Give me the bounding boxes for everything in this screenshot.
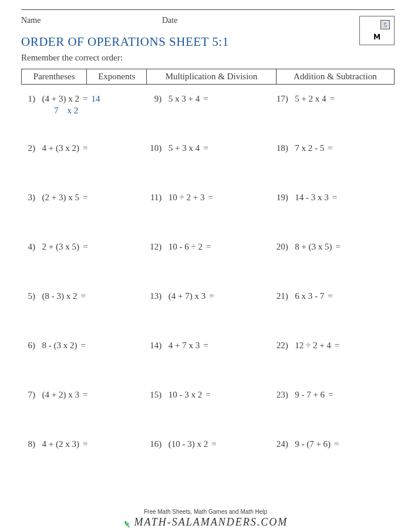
rule-cell: Exponents	[87, 69, 147, 85]
grade-number: 5	[380, 20, 390, 29]
problem-expression: 12 ÷ 2 + 4	[291, 341, 331, 351]
equals-sign: =	[79, 439, 91, 449]
problem-expression: (10 - 3) x 2	[164, 439, 208, 449]
problem-expression: 5 + 2 x 4	[291, 94, 326, 104]
problem-row: 8) 4 + (2 x 3) =	[21, 438, 142, 487]
rule-cell: Parentheses	[22, 69, 87, 85]
problem-row: 6) 8 - (3 x 2) =	[21, 339, 142, 389]
problem-number: 10)	[147, 143, 164, 153]
problem-number: 22)	[274, 341, 291, 351]
equals-sign: =	[325, 390, 336, 400]
problem-expression: (4 + 3) x 2	[38, 94, 79, 104]
problem-expression: (8 - 3) x 2	[38, 291, 78, 301]
problem-expression: 2 + (3 x 5)	[38, 242, 79, 252]
problem-row: 19) 14 - 3 x 3 =	[274, 191, 395, 241]
problem-row: 12) 10 - 6 ÷ 2 =	[147, 241, 268, 290]
equals-sign: =	[200, 94, 211, 104]
problem-row: 14) 4 + 7 x 3 =	[147, 339, 268, 389]
problem-number: 14)	[147, 341, 164, 351]
problem-number: 8)	[21, 439, 38, 449]
problem-row: 15) 10 - 3 x 2 =	[147, 389, 268, 438]
problem-expression: 4 + (3 x 2)	[38, 143, 79, 153]
problem-number: 23)	[274, 390, 291, 400]
equals-sign: =	[208, 439, 220, 449]
equals-sign: =	[326, 94, 338, 104]
rule-cell: Multiplication & Division	[147, 69, 276, 85]
problem-number: 16)	[147, 439, 164, 449]
problem-row: 20) 8 + (3 x 5) =	[274, 241, 395, 290]
salamander-icon: 🦎	[123, 521, 130, 527]
problem-number: 4)	[21, 242, 38, 252]
problem-expression: (4 + 2) x 3	[38, 390, 79, 400]
problem-expression: 4 + 7 x 3	[164, 341, 200, 351]
date-label: Date	[162, 16, 177, 25]
problem-expression: 14 - 3 x 3	[291, 193, 329, 203]
problem-number: 17)	[274, 94, 291, 104]
problem-number: 9)	[147, 94, 164, 104]
problem-number: 19)	[274, 193, 291, 203]
problem-expression: 6 x 3 - 7	[291, 291, 325, 301]
equals-sign: =	[324, 143, 336, 153]
equals-sign: =	[200, 341, 211, 351]
problem-expression: 9 - 7 + 6	[291, 390, 325, 400]
problem-expression: 8 - (3 x 2)	[38, 341, 78, 351]
footer: Free Math Sheets, Math Games and Math He…	[0, 509, 411, 528]
problem-expression: 5 + 3 x 4	[164, 143, 200, 153]
problem-row: 11) 10 ÷ 2 + 3 =	[147, 191, 268, 241]
equals-sign: =	[205, 193, 217, 203]
problem-expression: 10 ÷ 2 + 3	[164, 193, 204, 203]
problem-number: 1)	[21, 94, 38, 104]
problem-row: 24) 9 - (7 + 6) =	[274, 438, 395, 487]
problem-expression: 10 - 6 ÷ 2	[164, 242, 203, 252]
problem-number: 3)	[21, 193, 38, 203]
equals-sign: =	[331, 439, 342, 449]
equals-sign: =	[79, 143, 91, 153]
problem-number: 11)	[147, 193, 164, 203]
equals-sign: =	[206, 291, 217, 301]
problem-row: 2) 4 + (3 x 2) =	[21, 142, 142, 191]
footer-brand: MATH-SALAMANDERS.COM	[134, 516, 288, 528]
equals-sign: =	[331, 341, 343, 351]
equals-sign: =	[332, 242, 344, 252]
problem-number: 24)	[274, 439, 291, 449]
worked-example: 7 x 2	[54, 106, 78, 116]
problem-number: 12)	[147, 242, 164, 252]
problem-row: 22) 12 ÷ 2 + 4 =	[274, 339, 395, 389]
problem-number: 13)	[147, 291, 164, 301]
problem-row: 23) 9 - 7 + 6 =	[274, 389, 395, 438]
equals-sign: =	[78, 291, 89, 301]
name-label: Name	[21, 16, 41, 25]
equals-sign: =	[79, 242, 91, 252]
problem-expression: (2 + 3) x 5	[38, 193, 79, 203]
problem-number: 7)	[21, 390, 38, 400]
problem-row: 18) 7 x 2 - 5 =	[274, 142, 395, 191]
problem-number: 5)	[21, 291, 38, 301]
problem-number: 15)	[147, 390, 164, 400]
rule-table: Parentheses Exponents Multiplication & D…	[21, 69, 395, 85]
problem-row: 4) 2 + (3 x 5) =	[21, 241, 142, 290]
problem-row: 3) (2 + 3) x 5 =	[21, 191, 142, 241]
equals-sign: =	[200, 143, 211, 153]
problem-row: 17) 5 + 2 x 4 =	[274, 93, 395, 142]
equals-sign: =	[329, 193, 341, 203]
problem-row: 21) 6 x 3 - 7 =	[274, 290, 395, 339]
problem-row: 10) 5 + 3 x 4 =	[147, 142, 268, 191]
problem-number: 20)	[274, 242, 291, 252]
problem-row: 16) (10 - 3) x 2 =	[147, 438, 268, 487]
rule-cell: Addition & Subtraction	[276, 69, 394, 85]
problem-number: 18)	[274, 143, 291, 153]
problem-expression: 7 x 2 - 5	[291, 143, 325, 153]
footer-tagline: Free Math Sheets, Math Games and Math He…	[0, 509, 411, 515]
problem-row: 13) (4 + 7) x 3 =	[147, 290, 268, 339]
page-title: ORDER OF OPERATIONS SHEET 5:1	[21, 35, 395, 49]
problem-number: 2)	[21, 143, 38, 153]
problem-row: 7) (4 + 2) x 3 =	[21, 389, 142, 438]
problem-expression: 10 - 3 x 2	[164, 390, 202, 400]
equals-sign: =	[79, 193, 91, 203]
grade-logo: 5 ᴍ	[359, 16, 395, 45]
problem-row: 5) (8 - 3) x 2 =	[21, 290, 142, 339]
equals-sign: =	[203, 242, 214, 252]
subtitle: Remember the correct order:	[21, 53, 395, 63]
equals-sign: =	[79, 390, 91, 400]
problem-expression: 5 x 3 + 4	[164, 94, 200, 104]
